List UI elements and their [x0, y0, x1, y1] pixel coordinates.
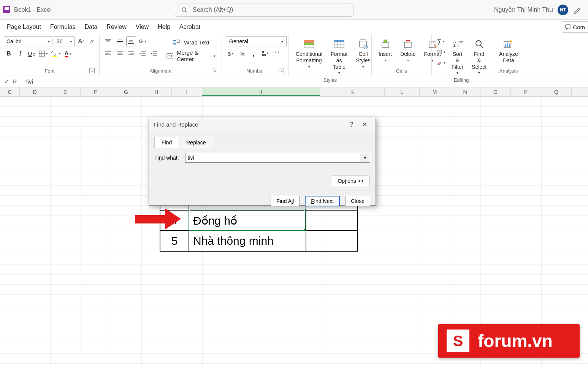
- column-headers: CDEFGHIJKLMNOPQ: [0, 87, 588, 97]
- tab-page-layout[interactable]: Page Layout: [7, 24, 41, 30]
- formula-check-icon[interactable]: ✓: [2, 78, 11, 85]
- insert-cell-button[interactable]: Insert▾: [376, 36, 395, 64]
- shrink-font-button[interactable]: Aˇ: [87, 36, 97, 46]
- avatar[interactable]: NT: [558, 5, 568, 15]
- align-middle-button[interactable]: [115, 36, 125, 46]
- underline-button[interactable]: U: [27, 49, 36, 59]
- save-icon[interactable]: [3, 6, 10, 13]
- fill-color-button[interactable]: [50, 49, 62, 59]
- column-header[interactable]: F: [81, 87, 111, 96]
- sort-filter-button[interactable]: AZ Sort & Filter▾: [449, 36, 466, 76]
- conditional-formatting-button[interactable]: Conditional Formatting▾: [293, 36, 325, 70]
- increase-decimal-button[interactable]: .0.00: [260, 49, 270, 59]
- grow-font-button[interactable]: A^: [76, 36, 86, 46]
- align-top-button[interactable]: [103, 36, 113, 46]
- bold-button[interactable]: B: [4, 49, 14, 59]
- column-header[interactable]: D: [20, 87, 50, 96]
- pen-icon[interactable]: [573, 5, 582, 14]
- find-select-button[interactable]: Find & Select▾: [469, 36, 490, 76]
- column-header[interactable]: C: [0, 87, 20, 96]
- comments-button[interactable]: Com: [562, 21, 588, 33]
- svg-rect-40: [304, 43, 314, 45]
- column-header[interactable]: J: [202, 87, 320, 96]
- group-analysis: Analyze Data Analysis: [491, 34, 526, 76]
- dialog-help-button[interactable]: ?: [345, 119, 358, 130]
- tab-review[interactable]: Review: [106, 24, 126, 30]
- autosum-button[interactable]: ∑: [436, 36, 446, 46]
- merge-center-button[interactable]: Merge & Center: [164, 50, 218, 62]
- svg-rect-61: [507, 43, 508, 47]
- tab-data[interactable]: Data: [85, 24, 98, 30]
- borders-button[interactable]: [38, 49, 49, 59]
- column-header[interactable]: N: [450, 87, 480, 96]
- column-header[interactable]: K: [320, 87, 385, 96]
- font-launcher-icon[interactable]: ↘: [89, 68, 95, 73]
- tab-acrobat[interactable]: Acrobat: [179, 24, 200, 30]
- cell-styles-button[interactable]: Cell Styles▾: [353, 36, 373, 70]
- align-center-button[interactable]: [115, 49, 125, 59]
- formula-value[interactable]: Tivi: [19, 78, 33, 85]
- comma-format-button[interactable]: ,: [249, 49, 258, 59]
- font-color-button[interactable]: A: [63, 49, 73, 59]
- align-right-button[interactable]: [126, 49, 136, 59]
- table-row[interactable]: 5 Nhà thông minh: [160, 231, 358, 251]
- dialog-tab-find[interactable]: Find: [154, 137, 179, 148]
- svg-line-1: [185, 11, 187, 13]
- align-left-button[interactable]: [103, 49, 113, 59]
- fill-button[interactable]: [436, 47, 446, 57]
- font-size-select[interactable]: 30▾: [54, 36, 74, 46]
- decrease-decimal-button[interactable]: .00.0: [271, 49, 281, 59]
- alignment-launcher-icon[interactable]: ↘: [212, 68, 217, 73]
- fx-icon[interactable]: fx: [11, 78, 19, 85]
- accounting-format-button[interactable]: $: [226, 49, 236, 59]
- column-header[interactable]: H: [141, 87, 172, 96]
- font-name-select[interactable]: Calibri▾: [4, 36, 52, 46]
- search-box[interactable]: Search (Alt+Q): [175, 3, 353, 17]
- clear-button[interactable]: [436, 58, 446, 68]
- tab-formulas[interactable]: Formulas: [50, 24, 76, 30]
- svg-rect-62: [509, 44, 510, 47]
- tab-view[interactable]: View: [136, 24, 149, 30]
- find-what-input[interactable]: [185, 153, 360, 163]
- close-button[interactable]: Close: [345, 196, 370, 206]
- group-styles: Conditional Formatting▾ Format as Table▾…: [289, 34, 372, 76]
- group-styles-label: Styles: [323, 77, 337, 83]
- column-header[interactable]: L: [385, 87, 420, 96]
- find-history-dropdown[interactable]: ▾: [360, 153, 370, 163]
- svg-text:.0: .0: [273, 53, 276, 57]
- group-font-label: Font: [44, 68, 54, 74]
- align-bottom-button[interactable]: [126, 36, 136, 46]
- column-header[interactable]: P: [511, 87, 541, 96]
- increase-indent-button[interactable]: [149, 49, 159, 59]
- delete-cell-button[interactable]: Delete▾: [397, 36, 418, 64]
- svg-rect-60: [505, 44, 506, 47]
- analyze-data-button[interactable]: Analyze Data: [495, 36, 522, 65]
- format-as-table-button[interactable]: Format as Table▾: [328, 36, 350, 76]
- dialog-close-icon[interactable]: ✕: [358, 119, 371, 130]
- options-button[interactable]: Options >>: [332, 176, 369, 186]
- column-header[interactable]: M: [420, 87, 450, 96]
- tab-help[interactable]: Help: [158, 24, 170, 30]
- column-header[interactable]: G: [111, 87, 141, 96]
- svg-rect-2: [566, 25, 571, 28]
- italic-button[interactable]: I: [15, 49, 25, 59]
- column-header[interactable]: O: [480, 87, 511, 96]
- find-all-button[interactable]: Find All: [271, 196, 300, 206]
- dialog-tab-replace[interactable]: Replace: [179, 137, 213, 148]
- percent-format-button[interactable]: %: [237, 49, 247, 59]
- group-number-label: Number: [246, 68, 264, 74]
- decrease-indent-button[interactable]: [138, 49, 147, 59]
- column-header[interactable]: I: [172, 87, 202, 96]
- column-header[interactable]: Q: [541, 87, 572, 96]
- orientation-button[interactable]: ⟳: [138, 36, 147, 46]
- table-row[interactable]: 4 Đồng hồ: [160, 210, 358, 231]
- svg-rect-6: [52, 56, 57, 57]
- wrap-text-button[interactable]: Wrap Text: [164, 36, 218, 48]
- number-launcher-icon[interactable]: ↘: [279, 68, 284, 73]
- group-cells-label: Cells: [396, 68, 407, 74]
- svg-rect-46: [360, 41, 366, 47]
- watermark-text: forum.vn: [478, 331, 553, 351]
- number-format-select[interactable]: General▾: [226, 36, 287, 46]
- find-next-button[interactable]: Find Next: [305, 196, 340, 206]
- column-header[interactable]: E: [50, 87, 81, 96]
